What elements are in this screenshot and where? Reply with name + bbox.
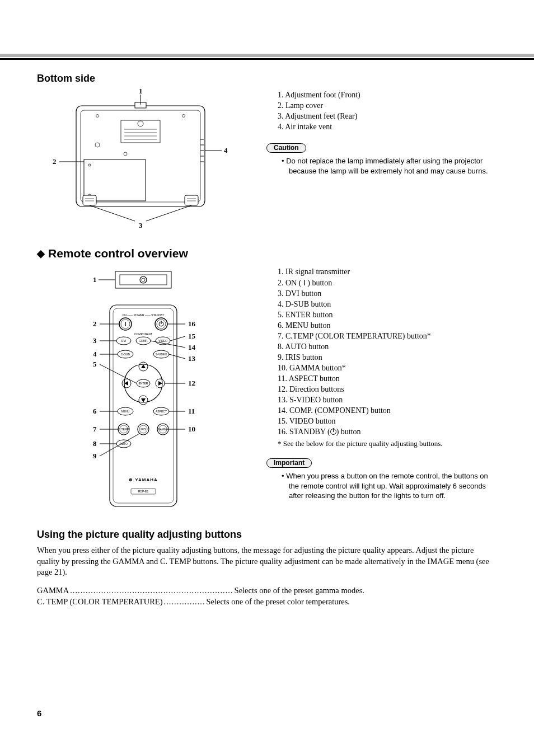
svg-text:GAMMA: GAMMA [158, 428, 169, 431]
svg-text:5: 5 [93, 360, 97, 368]
list-item: 3. DVI button [278, 289, 498, 298]
page-number: 6 [37, 708, 41, 718]
list-item: 14. COMP. (COMPONENT) button [278, 406, 498, 415]
svg-point-21 [124, 152, 127, 156]
remote-list: 1. IR signal transmitter 2. ON ( I ) but… [266, 267, 498, 436]
svg-text:⊛ YAMAHA: ⊛ YAMAHA [129, 477, 157, 482]
svg-point-18 [96, 115, 99, 118]
callout-3: 3 [139, 221, 143, 229]
callout-remote-1: 1 [93, 275, 97, 284]
svg-text:VIDEO: VIDEO [158, 339, 167, 342]
svg-point-4 [88, 164, 91, 166]
caution-tag: Caution [266, 143, 306, 153]
svg-text:15: 15 [188, 332, 196, 340]
svg-text:RDP-E1: RDP-E1 [138, 490, 149, 493]
list-item: 8. AUTO button [278, 342, 498, 351]
svg-text:COMPONENT: COMPONENT [134, 332, 153, 336]
svg-text:10: 10 [188, 425, 195, 433]
svg-text:6: 6 [93, 407, 97, 415]
svg-text:D-SUB: D-SUB [121, 353, 130, 356]
power-icon [330, 429, 336, 435]
svg-text:S-VIDEO: S-VIDEO [156, 353, 167, 356]
list-item: 4. D-SUB button [278, 300, 498, 309]
list-item: 12. Direction buttons [278, 385, 498, 394]
list-item: 10. GAMMA button* [278, 364, 498, 373]
svg-text:COMP.: COMP. [139, 339, 148, 342]
svg-text:2: 2 [93, 320, 97, 328]
list-item: 4. Air intake vent [278, 123, 498, 132]
svg-text:13: 13 [188, 354, 196, 363]
callout-2: 2 [53, 157, 57, 166]
list-item: 1. IR signal transmitter [278, 267, 498, 276]
list-item: 3. Adjustment feet (Rear) [278, 112, 498, 121]
svg-text:DVI: DVI [121, 339, 126, 342]
bottom-side-heading: Bottom side [37, 73, 498, 84]
list-item: 11. ASPECT button [278, 374, 498, 383]
definition-table: GAMMA ..................................… [37, 586, 498, 607]
list-item: 13. S-VIDEO button [278, 396, 498, 405]
svg-text:14: 14 [188, 343, 196, 351]
svg-point-20 [95, 143, 100, 147]
table-row: C. TEMP (COLOR TEMPERATURE) ............… [37, 597, 498, 607]
svg-text:ASPECT: ASPECT [156, 410, 167, 413]
callout-4: 4 [224, 146, 228, 154]
important-text: When you press a button on the remote co… [266, 471, 498, 501]
remote-heading: ◆Remote control overview [37, 247, 498, 260]
svg-rect-7 [185, 195, 198, 205]
svg-text:ON —— POWER —— STANDBY: ON —— POWER —— STANDBY [122, 313, 165, 317]
svg-text:4: 4 [93, 350, 97, 358]
list-item: 2. ON ( I ) button [278, 278, 498, 288]
list-item: 5. ENTER button [278, 311, 498, 320]
adjusting-body: When you press either of the picture qua… [37, 545, 498, 578]
svg-text:7: 7 [93, 425, 97, 433]
list-item: 7. C.TEMP (COLOR TEMPERATURE) button* [278, 332, 498, 341]
svg-text:9: 9 [93, 452, 97, 460]
adjusting-heading: Using the picture quality adjusting butt… [37, 529, 498, 541]
list-item: 6. MENU button [278, 321, 498, 330]
svg-text:ENTER: ENTER [139, 382, 148, 385]
table-row: GAMMA ..................................… [37, 586, 498, 595]
svg-text:IRIS: IRIS [140, 428, 146, 431]
svg-line-30 [146, 205, 191, 221]
svg-line-29 [90, 205, 135, 221]
list-item: 2. Lamp cover [278, 101, 498, 110]
bottom-side-list: 1. Adjustment foot (Front) 2. Lamp cover… [266, 91, 498, 132]
callout-1: 1 [139, 89, 143, 95]
remote-diagram: 1 ON —— POWER —— STANDBY COMPONENT DVI [37, 266, 255, 514]
list-item: 1. Adjustment foot (Front) [278, 91, 498, 100]
caution-text: Do not replace the lamp immediately afte… [266, 156, 498, 176]
svg-rect-3 [84, 159, 146, 201]
list-item: 15. VIDEO button [278, 417, 498, 426]
svg-point-19 [182, 115, 185, 118]
svg-text:11: 11 [188, 407, 195, 415]
bottom-side-diagram: 1 2 3 4 [37, 89, 255, 231]
svg-point-13 [138, 121, 143, 126]
header-bands [0, 54, 534, 60]
list-item: 16. STANDBY () button [278, 428, 498, 436]
svg-text:16: 16 [188, 320, 196, 328]
remote-footnote: * See the below for the picture quality … [266, 439, 498, 448]
svg-rect-1 [81, 110, 200, 202]
svg-text:3: 3 [93, 336, 97, 345]
svg-text:C.TEMP: C.TEMP [119, 428, 130, 431]
svg-text:MENU: MENU [121, 410, 130, 413]
list-item: 9. IRIS button [278, 353, 498, 362]
important-tag: Important [266, 458, 312, 468]
svg-text:12: 12 [188, 379, 195, 387]
svg-text:8: 8 [93, 439, 97, 448]
svg-rect-6 [83, 195, 96, 205]
